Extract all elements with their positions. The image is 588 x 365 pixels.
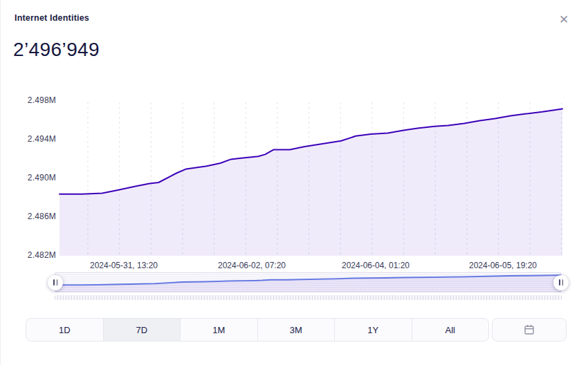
x-tick-label: 2024-05-31, 13:20: [72, 261, 176, 270]
current-value: 2’496’949: [13, 39, 100, 61]
y-tick-label: 2.498M: [21, 95, 56, 105]
series-area: [59, 109, 562, 256]
calendar-button[interactable]: [492, 318, 567, 341]
internet-identities-panel: Internet Identities ✕ 2’496’949 2.498M 2…: [0, 0, 588, 365]
y-tick-label: 2.482M: [21, 250, 56, 260]
range-selector: 1D 7D 1M 3M 1Y All: [26, 318, 489, 341]
range-brush[interactable]: [55, 272, 562, 292]
handle-grip-icon: [559, 279, 560, 286]
range-button-all[interactable]: All: [412, 319, 489, 341]
range-button-1d[interactable]: 1D: [26, 319, 104, 341]
y-tick-label: 2.486M: [21, 212, 56, 221]
y-tick-label: 2.494M: [21, 134, 56, 144]
x-tick-label: 2024-06-02, 07:20: [200, 261, 304, 270]
close-icon[interactable]: ✕: [555, 11, 573, 29]
calendar-icon: [522, 323, 536, 337]
x-tick-label: 2024-06-05, 19:20: [451, 261, 555, 270]
range-button-7d[interactable]: 7D: [104, 319, 181, 341]
range-button-1m[interactable]: 1M: [181, 319, 258, 341]
brush-handle-right[interactable]: [553, 275, 569, 290]
handle-grip-icon: [562, 279, 564, 286]
main-chart[interactable]: [59, 97, 562, 256]
panel-title: Internet Identities: [15, 13, 89, 23]
range-button-3m[interactable]: 3M: [258, 319, 336, 341]
brush-tick-ruler: [55, 295, 562, 300]
brush-handle-left[interactable]: [48, 275, 63, 290]
range-button-1y[interactable]: 1Y: [335, 319, 412, 341]
handle-grip-icon: [53, 279, 55, 286]
x-tick-label: 2024-06-04, 01:20: [324, 261, 428, 270]
y-tick-label: 2.490M: [21, 173, 56, 182]
handle-grip-icon: [57, 279, 58, 286]
series-area: [55, 275, 561, 292]
